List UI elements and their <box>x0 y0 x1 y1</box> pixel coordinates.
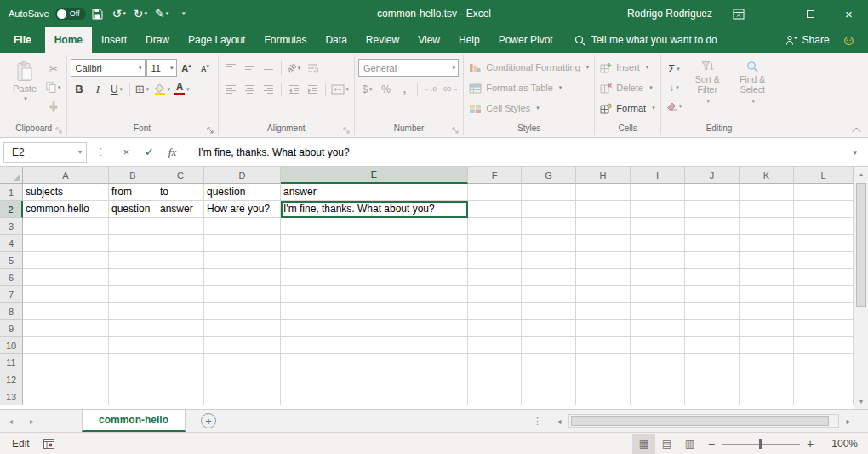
undo-button[interactable]: ↺▾ <box>110 3 128 25</box>
cell-F9[interactable] <box>468 320 522 337</box>
cell-K2[interactable] <box>740 201 794 218</box>
cell-D10[interactable] <box>204 337 281 354</box>
cell-C13[interactable] <box>157 388 204 405</box>
page-break-view-button[interactable]: ▥ <box>678 434 701 454</box>
find-select-button[interactable]: Find & Select ▾ <box>731 55 774 123</box>
delete-cells-button[interactable]: Delete ▾ <box>598 78 656 98</box>
cell-B4[interactable] <box>109 235 157 252</box>
zoom-level[interactable]: 100% <box>820 438 858 450</box>
cell-F5[interactable] <box>468 252 522 269</box>
row-header-10[interactable]: 10 <box>0 337 23 354</box>
cell-L7[interactable] <box>794 286 854 303</box>
cell-styles-button[interactable]: Cell Styles ▾ <box>467 98 591 118</box>
redo-button[interactable]: ↻▾ <box>131 3 150 25</box>
cell-C6[interactable] <box>157 269 204 286</box>
wrap-text-button[interactable] <box>304 59 322 77</box>
bold-button[interactable]: B <box>71 80 89 98</box>
cell-A8[interactable] <box>23 303 109 320</box>
ribbon-tab-help[interactable]: Help <box>449 27 489 53</box>
formula-input[interactable]: I'm fine, thanks. What about you? <box>198 147 845 158</box>
row-header-9[interactable]: 9 <box>0 320 23 337</box>
cell-I11[interactable] <box>631 354 685 371</box>
column-header-K[interactable]: K <box>740 167 794 184</box>
cell-G12[interactable] <box>522 371 576 388</box>
autosave-toggle[interactable]: Off <box>55 8 86 20</box>
maximize-button[interactable] <box>791 0 830 27</box>
row-header-4[interactable]: 4 <box>0 235 23 252</box>
cell-J6[interactable] <box>685 269 740 286</box>
row-header-7[interactable]: 7 <box>0 286 23 303</box>
tab-scrollbar-splitter[interactable]: ⋮ <box>525 410 550 432</box>
cell-L10[interactable] <box>794 337 854 354</box>
cell-B9[interactable] <box>109 320 157 337</box>
cell-K5[interactable] <box>740 252 794 269</box>
copy-button[interactable]: ▾ <box>44 78 63 96</box>
font-size-combobox[interactable]: 11 ▾ <box>146 59 177 77</box>
fill-color-button[interactable]: ▾ <box>152 80 173 98</box>
row-header-5[interactable]: 5 <box>0 252 23 269</box>
cell-G9[interactable] <box>522 320 576 337</box>
cell-I5[interactable] <box>631 252 685 269</box>
cell-H8[interactable] <box>576 303 631 320</box>
cell-A5[interactable] <box>23 252 109 269</box>
cell-K7[interactable] <box>740 286 794 303</box>
font-name-combobox[interactable]: Calibri ▾ <box>71 59 146 77</box>
cell-C12[interactable] <box>157 371 204 388</box>
increase-decimal-button[interactable]: ←.0 <box>421 80 439 98</box>
cell-C1[interactable]: to <box>157 184 204 201</box>
row-header-6[interactable]: 6 <box>0 269 23 286</box>
collapse-ribbon-button[interactable] <box>852 127 861 133</box>
cell-K8[interactable] <box>740 303 794 320</box>
cell-C2[interactable]: answer <box>157 201 204 218</box>
formula-bar-expand-icon[interactable]: ▾ <box>845 148 865 157</box>
column-header-E[interactable]: E <box>281 167 468 184</box>
cell-L5[interactable] <box>794 252 854 269</box>
column-header-H[interactable]: H <box>576 167 631 184</box>
align-center-button[interactable] <box>241 80 259 98</box>
cell-G5[interactable] <box>522 252 576 269</box>
column-header-F[interactable]: F <box>468 167 522 184</box>
decrease-font-size-button[interactable]: A▾ <box>197 59 214 77</box>
clipboard-dialog-launcher[interactable] <box>55 127 63 135</box>
cell-G3[interactable] <box>522 218 576 235</box>
cell-E13[interactable] <box>281 388 468 405</box>
cell-A1[interactable]: subjects <box>23 184 109 201</box>
minimize-button[interactable] <box>753 0 791 27</box>
merge-center-button[interactable]: ▾ <box>329 80 351 98</box>
cell-G1[interactable] <box>522 184 576 201</box>
cell-H2[interactable] <box>576 201 631 218</box>
cell-G13[interactable] <box>522 388 576 405</box>
italic-button[interactable]: I <box>89 80 107 98</box>
align-left-button[interactable] <box>222 80 240 98</box>
save-button[interactable] <box>89 3 107 25</box>
cell-G10[interactable] <box>522 337 576 354</box>
cell-K12[interactable] <box>740 371 794 388</box>
cell-C5[interactable] <box>157 252 204 269</box>
cell-K3[interactable] <box>740 218 794 235</box>
row-header-11[interactable]: 11 <box>0 354 23 371</box>
fill-button[interactable]: ↓▾ <box>665 78 684 96</box>
cell-D2[interactable]: How are you? <box>204 201 281 218</box>
format-as-table-button[interactable]: Format as Table ▾ <box>467 78 591 98</box>
cut-button[interactable]: ✂ <box>44 60 63 78</box>
conditional-formatting-button[interactable]: Conditional Formatting ▾ <box>467 57 591 78</box>
cell-K13[interactable] <box>740 388 794 405</box>
cell-G4[interactable] <box>522 235 576 252</box>
cell-A2[interactable]: common.hello <box>23 201 109 218</box>
decrease-decimal-button[interactable]: .00→ <box>440 80 460 98</box>
cell-H10[interactable] <box>576 337 631 354</box>
ribbon-tab-review[interactable]: Review <box>357 27 408 53</box>
cell-I1[interactable] <box>631 184 685 201</box>
column-header-I[interactable]: I <box>631 167 685 184</box>
autosum-button[interactable]: Σ▾ <box>665 60 684 78</box>
cell-F2[interactable] <box>468 201 522 218</box>
cell-D6[interactable] <box>204 269 281 286</box>
row-header-13[interactable]: 13 <box>0 388 23 405</box>
share-button[interactable]: Share <box>777 34 838 46</box>
ribbon-tab-formulas[interactable]: Formulas <box>254 27 316 53</box>
cell-D4[interactable] <box>204 235 281 252</box>
cell-L9[interactable] <box>794 320 854 337</box>
normal-view-button[interactable]: ▦ <box>632 434 655 454</box>
cell-H13[interactable] <box>576 388 631 405</box>
cell-C4[interactable] <box>157 235 204 252</box>
